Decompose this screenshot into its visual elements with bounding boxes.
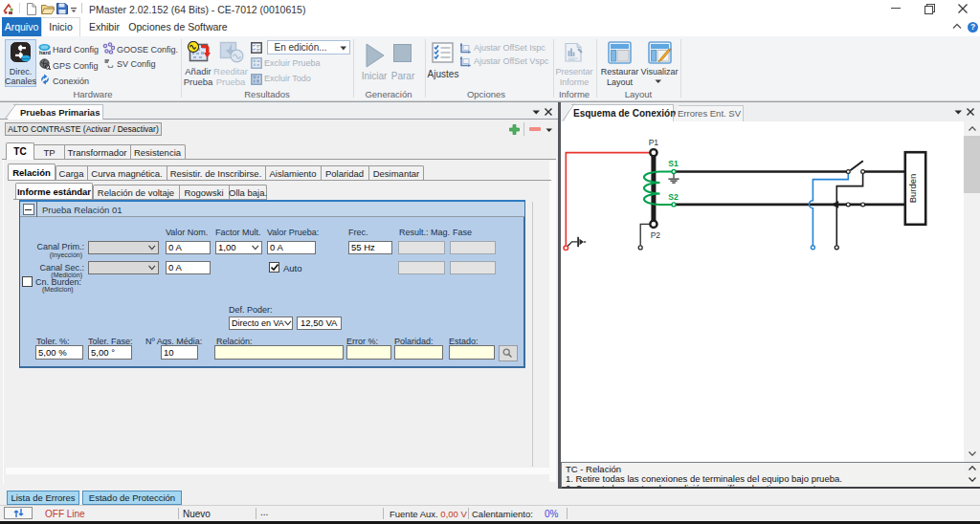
svg-text:?: ? — [970, 22, 975, 32]
svg-text:Burden: Burden — [907, 174, 918, 204]
svg-text:hard: hard — [39, 50, 51, 55]
svg-text:S2: S2 — [668, 192, 679, 202]
svg-text:P2: P2 — [651, 230, 661, 240]
svg-text:S1: S1 — [668, 159, 679, 168]
svg-text:P1: P1 — [649, 138, 659, 147]
